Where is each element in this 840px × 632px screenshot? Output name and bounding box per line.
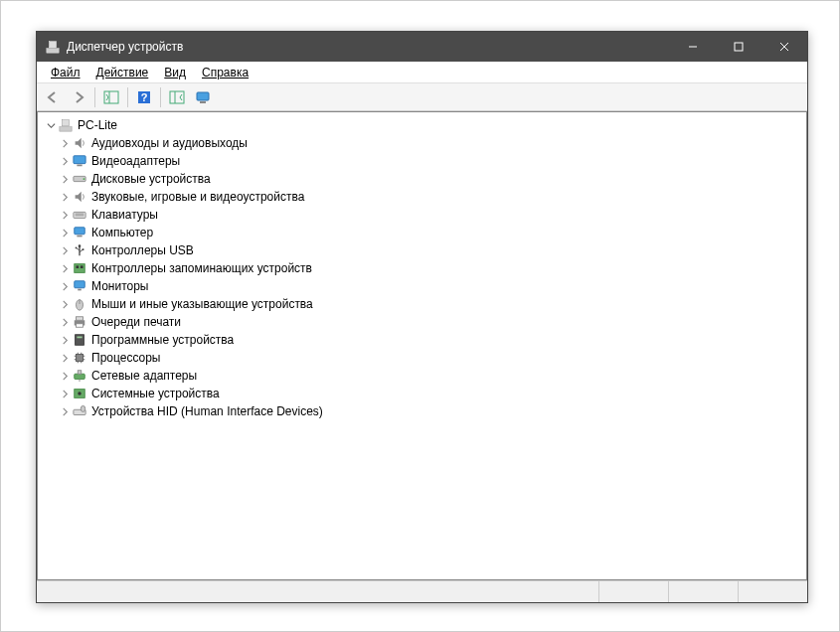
mouse-icon <box>72 296 87 312</box>
disk-icon <box>72 171 87 187</box>
device-manager-window: Диспетчер устройств Файл Действие Вид Сп… <box>36 31 808 603</box>
tree-node[interactable]: Мыши и иные указывающие устройства <box>56 295 806 313</box>
tree-node[interactable]: Устройства HID (Human Interface Devices) <box>56 402 806 420</box>
tree-node-label: Мыши и иные указывающие устройства <box>91 297 313 311</box>
tree-node-label: Контроллеры запоминающих устройств <box>91 261 312 275</box>
tree-node-label: Клавиатуры <box>91 208 158 222</box>
svg-rect-1 <box>50 42 57 48</box>
tree-node[interactable]: Компьютер <box>56 224 806 241</box>
tree-node[interactable]: Программные устройства <box>56 331 806 349</box>
back-button[interactable] <box>41 86 65 108</box>
svg-rect-39 <box>76 335 84 346</box>
maximize-button[interactable] <box>716 32 761 62</box>
refresh-button[interactable] <box>191 86 215 108</box>
tree-node-label: Звуковые, игровые и видеоустройства <box>91 190 304 204</box>
chevron-down-icon[interactable] <box>44 118 58 132</box>
svg-rect-51 <box>78 371 82 375</box>
tree-node[interactable]: Сетевые адаптеры <box>56 367 806 385</box>
svg-rect-37 <box>77 317 84 321</box>
storage-ctrl-icon <box>72 260 87 276</box>
tree-node[interactable]: Очереди печати <box>56 313 806 331</box>
hid-icon <box>72 403 87 419</box>
window-title: Диспетчер устройств <box>67 40 183 54</box>
statusbar-section <box>668 581 738 602</box>
cpu-icon <box>72 350 87 366</box>
tree-node-label: Очереди печати <box>91 315 181 329</box>
show-hide-tree-button[interactable] <box>99 86 123 108</box>
svg-text:?: ? <box>141 91 148 103</box>
app-icon <box>45 39 61 55</box>
forward-button[interactable] <box>67 86 90 108</box>
tree-node[interactable]: Контроллеры USB <box>56 241 806 259</box>
chevron-right-icon[interactable] <box>58 154 72 168</box>
menu-view[interactable]: Вид <box>156 64 194 81</box>
help-button[interactable]: ? <box>132 86 156 108</box>
svg-point-26 <box>79 244 82 247</box>
chevron-right-icon[interactable] <box>58 404 72 418</box>
chevron-right-icon[interactable] <box>58 279 72 293</box>
menu-action[interactable]: Действие <box>88 64 157 81</box>
svg-rect-41 <box>77 355 84 362</box>
chevron-right-icon[interactable] <box>58 387 72 400</box>
svg-point-56 <box>81 405 84 411</box>
tree-node[interactable]: Клавиатуры <box>56 206 806 224</box>
menubar: Файл Действие Вид Справка <box>37 62 807 83</box>
statusbar <box>37 580 807 602</box>
statusbar-section <box>738 581 807 602</box>
svg-rect-40 <box>77 337 82 339</box>
chevron-right-icon[interactable] <box>58 315 72 329</box>
tree-node-label: Устройства HID (Human Interface Devices) <box>91 404 323 418</box>
svg-rect-3 <box>735 43 743 51</box>
chevron-right-icon[interactable] <box>58 351 72 365</box>
svg-rect-16 <box>74 156 85 164</box>
tree-node[interactable]: Процессоры <box>56 349 806 367</box>
svg-point-27 <box>76 247 78 249</box>
monitor-icon <box>72 278 87 294</box>
chevron-right-icon[interactable] <box>58 226 72 239</box>
svg-rect-31 <box>81 265 84 268</box>
chevron-right-icon[interactable] <box>58 136 72 150</box>
chevron-right-icon[interactable] <box>58 333 72 347</box>
tree-node[interactable]: Видеоадаптеры <box>56 152 806 170</box>
device-tree[interactable]: PC-Lite Аудиовходы и аудиовыходыВидеоада… <box>37 111 807 580</box>
svg-rect-0 <box>47 49 59 53</box>
tree-node[interactable]: Контроллеры запоминающих устройств <box>56 259 806 277</box>
printer-icon <box>72 314 87 330</box>
tree-node[interactable]: Звуковые, игровые и видеоустройства <box>56 188 806 206</box>
menu-help[interactable]: Справка <box>194 64 256 81</box>
software-icon <box>72 332 87 348</box>
close-button[interactable] <box>761 32 807 62</box>
chevron-right-icon[interactable] <box>58 243 72 257</box>
scan-hardware-button[interactable] <box>165 86 189 108</box>
tree-node-label: Сетевые адаптеры <box>91 369 197 383</box>
display-icon <box>72 153 87 169</box>
tree-node[interactable]: Аудиовходы и аудиовыходы <box>56 134 806 152</box>
tree-root-label: PC-Lite <box>78 118 117 132</box>
tree-root-node[interactable]: PC-Lite <box>38 116 806 134</box>
svg-rect-13 <box>200 101 206 103</box>
toolbar: ? <box>37 83 807 111</box>
tree-node-label: Контроллеры USB <box>91 243 194 257</box>
tree-node[interactable]: Дисковые устройства <box>56 170 806 188</box>
chevron-right-icon[interactable] <box>58 208 72 222</box>
menu-file[interactable]: Файл <box>43 64 88 81</box>
chevron-right-icon[interactable] <box>58 261 72 275</box>
chevron-right-icon[interactable] <box>58 369 72 383</box>
tree-node-label: Видеоадаптеры <box>91 154 180 168</box>
tree-node[interactable]: Мониторы <box>56 277 806 295</box>
tree-node-label: Компьютер <box>91 226 153 239</box>
svg-point-19 <box>84 178 85 180</box>
svg-point-54 <box>78 392 82 395</box>
tree-node[interactable]: Системные устройства <box>56 385 806 402</box>
minimize-button[interactable] <box>670 32 716 62</box>
chevron-right-icon[interactable] <box>58 172 72 186</box>
svg-rect-24 <box>77 236 82 237</box>
svg-rect-6 <box>104 91 118 103</box>
svg-rect-10 <box>170 91 184 103</box>
chevron-right-icon[interactable] <box>58 297 72 311</box>
chevron-right-icon[interactable] <box>58 190 72 204</box>
usb-icon <box>72 242 87 258</box>
toolbar-separator <box>94 87 95 107</box>
svg-rect-33 <box>78 289 82 291</box>
svg-rect-30 <box>77 265 80 268</box>
